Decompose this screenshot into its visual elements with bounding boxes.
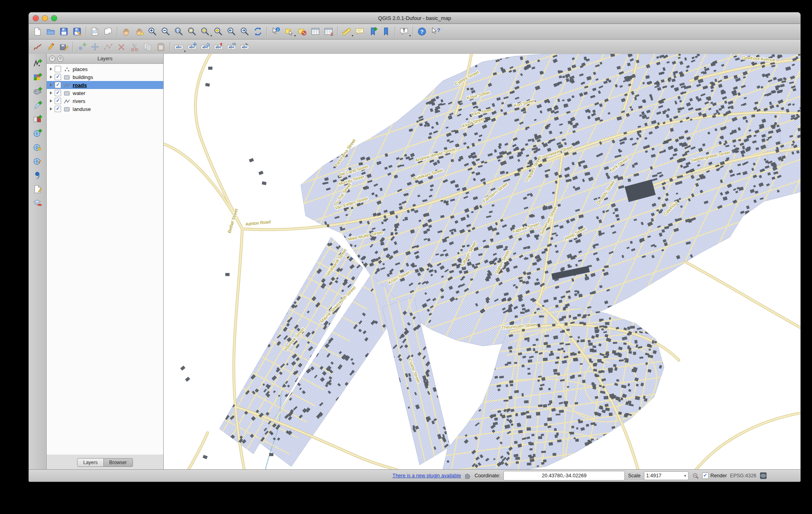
add-vector-layer-icon: [32, 58, 43, 69]
layer-row-roads[interactable]: ✓roads: [47, 81, 163, 89]
add-raster-layer-button[interactable]: [31, 71, 44, 84]
zoom-next-button[interactable]: [238, 25, 251, 38]
field-calculator-button[interactable]: Σ: [322, 25, 335, 38]
new-bookmark-button[interactable]: [366, 25, 379, 38]
deselect-features-button[interactable]: [296, 25, 309, 38]
new-shapefile-layer-button[interactable]: [31, 183, 44, 196]
add-vector-layer-button[interactable]: [31, 57, 44, 70]
plugin-available-link[interactable]: There is a new plugin available: [392, 473, 461, 478]
layer-visibility-checkbox[interactable]: ✓: [55, 106, 61, 112]
move-feature-button[interactable]: [89, 41, 101, 53]
add-spatialite-layer-button[interactable]: [31, 99, 44, 112]
svg-text:abc: abc: [176, 45, 182, 49]
show-bookmarks-button[interactable]: [380, 25, 392, 38]
pan-map-button[interactable]: [120, 25, 133, 38]
layer-row-places[interactable]: places: [47, 65, 163, 73]
help-contents-button[interactable]: ?: [416, 25, 428, 38]
expand-chevron-icon[interactable]: [50, 67, 52, 71]
copy-features-button[interactable]: [141, 41, 154, 53]
layer-visibility-checkbox[interactable]: ✓: [55, 98, 61, 104]
identify-features-button[interactable]: i: [269, 25, 282, 38]
expand-chevron-icon[interactable]: [50, 83, 52, 87]
cut-features-button[interactable]: [128, 41, 141, 53]
layer-type-icon: [63, 98, 70, 104]
measure-line-button[interactable]: ▾: [340, 25, 353, 38]
scale-combobox[interactable]: 1:4917 ▾: [644, 471, 689, 480]
render-checkbox[interactable]: ✓: [702, 472, 709, 479]
add-wms-layer-button[interactable]: [31, 127, 44, 140]
minimize-window-button[interactable]: [42, 15, 48, 21]
delete-selected-button[interactable]: [115, 41, 128, 53]
map-refresh-button[interactable]: [252, 25, 264, 38]
zoom-out-button[interactable]: [159, 25, 172, 38]
node-tool-button[interactable]: [102, 41, 115, 53]
zoom-in-button[interactable]: [146, 25, 159, 38]
new-project-button[interactable]: [31, 25, 44, 38]
scale-magnifier-icon[interactable]: [692, 472, 699, 479]
svg-text:?: ?: [420, 29, 424, 35]
paste-features-button[interactable]: [154, 41, 167, 53]
text-annotation-button[interactable]: T▾: [398, 25, 410, 38]
expand-chevron-icon[interactable]: [50, 107, 52, 111]
add-delimited-text-layer-button[interactable]: [31, 169, 44, 182]
zoom-window-button[interactable]: [51, 15, 57, 21]
expand-chevron-icon[interactable]: [50, 91, 52, 95]
layer-row-water[interactable]: ✓water: [47, 89, 163, 97]
add-postgis-layer-button[interactable]: [31, 85, 44, 98]
crs-status-icon[interactable]: [760, 472, 767, 479]
expand-chevron-icon[interactable]: [50, 75, 52, 79]
close-window-button[interactable]: [33, 15, 39, 21]
plugin-icon[interactable]: [464, 472, 471, 479]
label-pin-button[interactable]: abc: [212, 41, 225, 53]
expand-chevron-icon[interactable]: [50, 99, 52, 103]
map-canvas[interactable]: Geelhout AvenueCypres StreetKosie Street…: [164, 54, 800, 470]
zoom-full-button[interactable]: [186, 25, 198, 38]
tab-layers[interactable]: Layers: [77, 458, 103, 467]
new-composer-button[interactable]: [89, 25, 101, 38]
titlebar[interactable]: QGIS 2.0.1-Dufour - basic_map: [29, 12, 800, 24]
layer-visibility-checkbox[interactable]: ✓: [55, 90, 61, 96]
pan-to-selection-button[interactable]: [133, 25, 146, 38]
capture-point-button[interactable]: [75, 41, 88, 53]
paste-features-icon: [156, 42, 166, 52]
layer-row-buildings[interactable]: ✓buildings: [47, 73, 163, 81]
zoom-actual-size-icon: 1:1: [174, 26, 184, 37]
panel-close-icon[interactable]: ×: [49, 55, 55, 62]
open-attribute-table-button[interactable]: [309, 25, 322, 38]
whats-this-button[interactable]: ?: [429, 25, 442, 38]
coordinate-input[interactable]: [503, 471, 625, 480]
save-project-as-button[interactable]: [71, 25, 83, 38]
remove-layer-button[interactable]: [31, 197, 44, 210]
label-properties-button[interactable]: abc: [238, 41, 251, 53]
panel-float-icon[interactable]: ⊙: [57, 55, 63, 62]
label-rotate-button[interactable]: abc: [199, 41, 212, 53]
add-mssql-layer-button[interactable]: [31, 113, 44, 126]
composer-manager-button[interactable]: [102, 25, 115, 38]
current-edits-button[interactable]: [31, 41, 44, 53]
select-features-button[interactable]: ▾: [283, 25, 295, 38]
save-project-button[interactable]: [57, 25, 70, 38]
toolbar-separator: [73, 42, 73, 52]
layer-visibility-checkbox[interactable]: ✓: [55, 74, 61, 80]
layer-row-landuse[interactable]: ✓landuse: [47, 105, 163, 113]
map-tips-icon: [355, 26, 365, 37]
zoom-last-button[interactable]: [225, 25, 238, 38]
zoom-actual-size-button[interactable]: 1:1: [172, 25, 185, 38]
open-project-button[interactable]: [44, 25, 57, 38]
label-show-hide-button[interactable]: abc: [225, 41, 238, 53]
add-wfs-layer-button[interactable]: [31, 155, 44, 168]
map-tips-button[interactable]: [353, 25, 366, 38]
zoom-to-layer-button[interactable]: [212, 25, 225, 38]
toggle-editing-button[interactable]: [44, 41, 57, 53]
layer-visibility-checkbox[interactable]: ✓: [55, 82, 61, 88]
save-layer-edits-button[interactable]: [57, 41, 70, 53]
labeling-button[interactable]: abc▾: [172, 41, 185, 53]
zoom-to-selection-button[interactable]: ▾: [199, 25, 212, 38]
label-move-button[interactable]: abc: [186, 41, 198, 53]
add-wcs-layer-button[interactable]: [31, 141, 44, 154]
layer-visibility-checkbox[interactable]: [55, 66, 61, 72]
toolbar-separator: [395, 26, 395, 37]
svg-text:abc: abc: [216, 45, 222, 49]
layer-row-rivers[interactable]: ✓rivers: [47, 97, 163, 105]
tab-browser[interactable]: Browser: [104, 458, 133, 467]
